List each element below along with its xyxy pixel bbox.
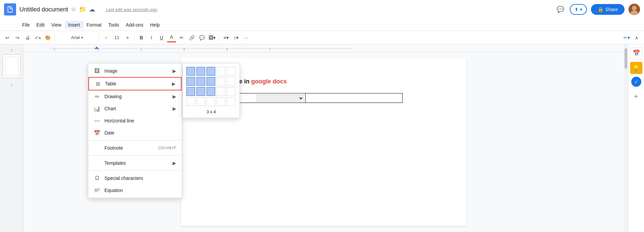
drawing-label: Drawing — [104, 94, 169, 99]
grid-cell-1-2[interactable] — [206, 77, 215, 86]
last-edit-label[interactable]: Last edit was seconds ago — [106, 7, 157, 12]
insert-templates-item[interactable]: Templates ▶ — [88, 157, 182, 169]
templates-arrow-icon: ▶ — [173, 160, 176, 166]
table-cell-1-2[interactable] — [305, 93, 403, 103]
present-button[interactable]: ⬆ ▾ — [570, 4, 587, 15]
font-name-selector[interactable]: Arial ▾ — [57, 33, 97, 42]
grid-label: 3 x 4 — [186, 109, 236, 114]
grid-cell-0-0[interactable] — [186, 67, 195, 76]
document-title[interactable]: Untitled document — [19, 6, 68, 13]
tasks-panel-icon[interactable]: ✓ — [631, 77, 641, 87]
doc-title-area: Untitled document ☆ 📁 ☁ — [19, 6, 95, 13]
insert-drawing-item[interactable]: ✏ Drawing ▶ — [88, 90, 182, 103]
italic-button[interactable]: I — [147, 33, 156, 42]
calendar-panel-icon[interactable]: 📅 — [630, 47, 642, 59]
grid-cell-0-1[interactable] — [196, 67, 205, 76]
menu-separator-1 — [88, 140, 182, 141]
insert-footnote-item[interactable]: Footnote Ctrl+Alt+F — [88, 142, 182, 154]
grid-cell-3-3[interactable] — [217, 97, 225, 106]
grid-cell-2-2[interactable] — [206, 87, 215, 96]
insert-chart-item[interactable]: 📊 Chart ▶ — [88, 103, 182, 115]
insert-equation-item[interactable]: π² Equation — [88, 184, 182, 196]
document-table-area — [208, 93, 440, 103]
scroll-thumb[interactable] — [625, 48, 627, 69]
menu-item-tools[interactable]: Tools — [105, 21, 123, 29]
toolbar-sep-1 — [54, 34, 55, 41]
redo-button[interactable]: ↪ — [13, 33, 22, 42]
grid-cell-1-4[interactable] — [227, 77, 235, 86]
comments-icon[interactable]: 💬 — [555, 4, 566, 15]
grid-cell-2-4[interactable] — [227, 87, 235, 96]
svg-text:4: 4 — [140, 48, 142, 51]
more-options-button[interactable]: ··· — [241, 33, 251, 42]
font-size-display[interactable]: 11 — [111, 33, 122, 42]
footnote-icon — [94, 145, 100, 151]
share-button[interactable]: 🔒 Share — [591, 4, 625, 15]
grid-cell-2-0[interactable] — [186, 87, 195, 96]
grid-cell-0-4[interactable] — [227, 67, 235, 76]
grid-cell-2-1[interactable] — [196, 87, 205, 96]
grid-cell-1-1[interactable] — [196, 77, 205, 86]
grid-cell-2-3[interactable] — [217, 87, 225, 96]
menu-separator-2 — [88, 155, 182, 156]
app-icon[interactable] — [4, 3, 16, 15]
collapse-toolbar-button[interactable]: ∧ — [632, 33, 641, 42]
text-color-button[interactable]: A — [167, 33, 176, 42]
menu-item-format[interactable]: Format — [83, 21, 105, 29]
insert-table-item[interactable]: ⊞ Table ▶ — [88, 77, 182, 90]
insert-special-chars-item[interactable]: Ω Special characters — [88, 172, 182, 184]
bold-button[interactable]: B — [137, 33, 146, 42]
star-icon[interactable]: ☆ — [71, 6, 76, 13]
menu-item-view[interactable]: View — [48, 21, 65, 29]
align-button[interactable]: ≡▾ — [221, 33, 231, 42]
edit-mode-button[interactable]: ✏▾ — [622, 33, 631, 42]
notes-panel-icon[interactable]: 💡 — [630, 62, 642, 74]
comment-button[interactable]: 💬 — [197, 33, 206, 42]
image-label: Image — [104, 68, 169, 74]
insert-date-item[interactable]: 📅 Date — [88, 127, 182, 139]
image-inline-button[interactable]: 🖼▾ — [207, 33, 217, 42]
svg-text:7: 7 — [269, 48, 271, 51]
grid-cell-1-0[interactable] — [186, 77, 195, 86]
vertical-scrollbar[interactable] — [624, 44, 628, 232]
page-thumb-1[interactable] — [3, 54, 21, 78]
table-grid — [186, 67, 236, 107]
menu-item-addons[interactable]: Add-ons — [123, 21, 147, 29]
grid-cell-0-3[interactable] — [217, 67, 225, 76]
cloud-icon[interactable]: ☁ — [89, 6, 95, 13]
undo-button[interactable]: ↩ — [3, 33, 12, 42]
menu-item-file[interactable]: File — [19, 21, 33, 29]
font-size-increase[interactable]: + — [123, 33, 132, 42]
spellcheck-button[interactable]: ✓a — [33, 33, 42, 42]
grid-cell-1-3[interactable] — [217, 77, 225, 86]
menu-item-edit[interactable]: Edit — [33, 21, 48, 29]
link-button[interactable]: 🔗 — [187, 33, 196, 42]
right-panel: 📅 💡 ✓ + — [628, 44, 644, 232]
grid-cell-3-4[interactable] — [227, 97, 235, 106]
underline-button[interactable]: U — [157, 33, 166, 42]
table-arrow-icon: ▶ — [172, 81, 176, 86]
chart-icon: 📊 — [94, 105, 100, 112]
user-avatar[interactable] — [629, 4, 640, 15]
font-size-decrease[interactable]: − — [101, 33, 111, 42]
menu-item-insert[interactable]: Insert — [65, 21, 83, 29]
svg-text:5: 5 — [183, 48, 185, 51]
grid-cell-3-2[interactable] — [206, 97, 215, 106]
chart-arrow-icon: ▶ — [173, 106, 176, 111]
insert-hline-item[interactable]: — Horizontal line — [88, 115, 182, 127]
lock-icon: 🔒 — [598, 7, 603, 12]
print-button[interactable]: 🖨 — [23, 33, 32, 42]
grid-cell-3-0[interactable] — [186, 97, 195, 106]
menu-item-help[interactable]: Help — [147, 21, 163, 29]
line-spacing-button[interactable]: ↕▾ — [231, 33, 241, 42]
cell-dropdown[interactable] — [257, 94, 304, 102]
image-icon: 🖼 — [94, 68, 100, 74]
grid-cell-0-2[interactable] — [206, 67, 215, 76]
add-panel-icon[interactable]: + — [634, 92, 638, 101]
highlight-button[interactable]: ✏ — [177, 33, 186, 42]
footnote-shortcut: Ctrl+Alt+F — [158, 146, 176, 150]
insert-image-item[interactable]: 🖼 Image ▶ — [88, 65, 182, 77]
folder-icon[interactable]: 📁 — [79, 6, 86, 13]
paint-format-button[interactable]: 🎨 — [43, 33, 52, 42]
grid-cell-3-1[interactable] — [196, 97, 205, 106]
